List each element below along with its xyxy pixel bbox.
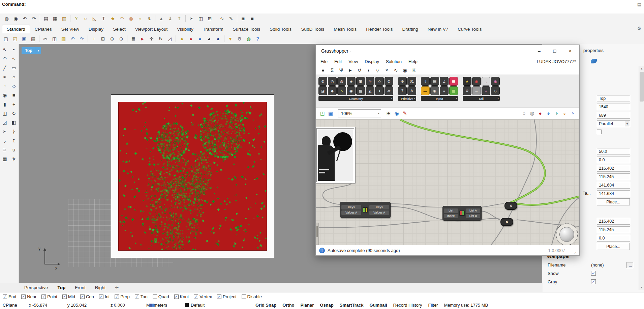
checkbox-point[interactable]: ✓ <box>41 294 46 299</box>
triangle-ruler-icon[interactable]: ◺ <box>90 15 99 23</box>
canvas-scrollbar[interactable] <box>316 223 319 245</box>
new-file-icon[interactable]: ▢ <box>2 34 10 43</box>
input-label[interactable]: Keys <box>341 205 361 209</box>
cut-plane-icon[interactable]: ✂ <box>187 15 196 23</box>
command-bar[interactable]: Command: ▤ <box>0 0 644 8</box>
properties-object-icon[interactable] <box>591 59 597 63</box>
save-file-icon[interactable]: ▣ <box>327 109 335 117</box>
gh-menu-view[interactable]: View <box>345 59 361 64</box>
star-icon[interactable]: ★ <box>109 15 117 23</box>
place-camera-button[interactable]: Place... <box>597 198 630 205</box>
mirror-icon[interactable]: ◧ <box>9 118 18 127</box>
output-label[interactable]: Keys <box>369 205 389 209</box>
menu-tab-surface-tools[interactable]: Surface Tools <box>228 25 265 34</box>
wallpaper-gray-checkbox[interactable]: ✓ <box>591 279 596 284</box>
checkbox-tan[interactable]: ✓ <box>135 294 139 299</box>
redo-icon[interactable]: ↷ <box>78 34 86 43</box>
status-ortho[interactable]: Ortho <box>282 303 294 308</box>
export-box-icon[interactable]: ⇑ <box>175 15 184 23</box>
status-grid-snap[interactable]: Grid Snap <box>255 303 276 308</box>
place-target-button[interactable]: Place... <box>597 243 630 250</box>
number-slider-icon[interactable]: ▬ <box>421 86 430 95</box>
scale-tool-icon[interactable]: ◿ <box>0 118 9 127</box>
null-param-icon[interactable]: ⊘ <box>398 77 407 86</box>
jitter-icon[interactable]: ◉ <box>491 77 500 86</box>
brep-param-icon[interactable]: ◈ <box>347 77 356 86</box>
bolt-icon[interactable]: ↯ <box>145 15 153 23</box>
wallpaper-show-checkbox[interactable]: ✓ <box>591 271 596 276</box>
resize-grip-icon[interactable]: ⋰ <box>574 250 578 255</box>
maximize-button[interactable]: □ <box>547 45 562 57</box>
menu-tab-subd-tools[interactable]: SubD Tools <box>296 25 329 34</box>
slider-z-icon[interactable]: Z <box>440 77 449 86</box>
shaded-display-icon[interactable]: ◉ <box>11 15 20 23</box>
sets-tab-icon[interactable]: Ψ <box>337 67 346 73</box>
block-icon[interactable]: ■ <box>248 15 256 23</box>
curve-tools-icon[interactable]: ∿ <box>218 15 226 23</box>
circle-orange-icon[interactable]: ◎ <box>127 15 135 23</box>
viewport-title-menu-arrow[interactable]: ▾ <box>36 47 41 54</box>
zoom-selected-icon[interactable]: ⊙ <box>117 34 125 43</box>
output-label[interactable]: List B <box>466 214 480 218</box>
menu-tab-mesh-tools[interactable]: Mesh Tools <box>329 25 361 34</box>
gear-icon[interactable]: ⚙ <box>637 26 641 31</box>
preview-shaded-icon[interactable]: ● <box>536 109 544 117</box>
box-param-icon[interactable]: ▣ <box>356 77 365 86</box>
cone-param-icon[interactable]: ◭ <box>366 86 374 95</box>
text-icon[interactable]: T <box>99 15 108 23</box>
vector-tab-icon[interactable]: ► <box>346 67 355 73</box>
flask-icon[interactable]: ▽ <box>482 86 490 95</box>
ring-icon[interactable]: ○ <box>81 15 90 23</box>
gh-menu-help[interactable]: Help <box>405 59 421 64</box>
osnap-int[interactable]: ✓Int <box>99 294 110 299</box>
box-icon[interactable]: ■ <box>9 91 18 100</box>
status-record-history[interactable]: Record History <box>393 303 422 308</box>
data-recorder-icon[interactable]: → <box>482 77 490 86</box>
extrude-icon[interactable]: ↥ <box>9 136 18 145</box>
ellipse-tool-icon[interactable]: ◔ <box>0 82 9 90</box>
curve-icon[interactable]: ≈ <box>0 73 9 81</box>
gradient-icon[interactable]: ▦ <box>449 86 458 95</box>
rotate-tool-icon[interactable]: ↻ <box>9 109 18 118</box>
sphere-navy-icon[interactable]: ● <box>214 34 222 43</box>
scrollbar-thumb[interactable] <box>640 72 644 102</box>
output-label[interactable]: Values A <box>369 210 389 215</box>
menu-tab-display[interactable]: Display <box>84 25 108 34</box>
copy-icon[interactable]: ◫ <box>50 34 59 43</box>
sphere-blue-icon[interactable]: ● <box>196 34 204 43</box>
osnap-end[interactable]: ✓End <box>3 294 16 299</box>
surface-tab-icon[interactable]: ◗ <box>364 67 373 73</box>
scrollbar-thumb[interactable] <box>316 226 318 237</box>
camera-y-field-value[interactable]: 115.245 <box>597 173 630 180</box>
scale-icon[interactable]: ◿ <box>165 34 174 43</box>
cut-icon[interactable]: ✂ <box>41 34 50 43</box>
x-button-node-1[interactable]: × <box>504 202 517 210</box>
surface-param-icon[interactable]: ◍ <box>337 77 346 86</box>
notes-icon[interactable]: ▧ <box>60 15 68 23</box>
panel-icon[interactable]: ▤ <box>430 77 439 86</box>
polygon-icon[interactable]: ◇ <box>9 82 18 90</box>
teal-sphere-menu-icon[interactable]: ◑ <box>552 109 560 117</box>
status-smarttrack[interactable]: SmartTrack <box>340 303 364 308</box>
close-button[interactable]: × <box>562 45 578 57</box>
camera-x-field-value[interactable]: 216.402 <box>597 165 630 172</box>
input-label[interactable]: Values A <box>341 210 361 215</box>
locked-checkbox[interactable] <box>597 130 602 134</box>
zoom-select[interactable]: 106% ▾ <box>338 109 381 117</box>
point-param-icon[interactable]: ◇ <box>375 77 384 86</box>
menu-tab-render-tools[interactable]: Render Tools <box>361 25 397 34</box>
geometry-param-icon[interactable]: ◪ <box>318 86 327 95</box>
status-planar[interactable]: Planar <box>301 303 314 308</box>
grid-plus-icon[interactable]: ⊞ <box>206 15 214 23</box>
split-icon[interactable]: ∤ <box>9 127 18 136</box>
menu-tab-new-in-v7[interactable]: New in V7 <box>423 25 453 34</box>
palette-group-label-util[interactable]: Util <box>463 96 500 101</box>
projection-select-value[interactable]: Parallel▾ <box>597 120 630 127</box>
line-icon[interactable]: ╱ <box>0 63 9 72</box>
rotate-icon[interactable]: ↻ <box>156 34 165 43</box>
gh-menu-solution[interactable]: Solution <box>382 59 405 64</box>
input-label[interactable]: List <box>444 208 458 213</box>
eraser-icon[interactable]: ► <box>138 34 147 43</box>
osnap-quad[interactable]: Quad <box>153 294 169 299</box>
status-filter[interactable]: Filter <box>428 303 438 308</box>
